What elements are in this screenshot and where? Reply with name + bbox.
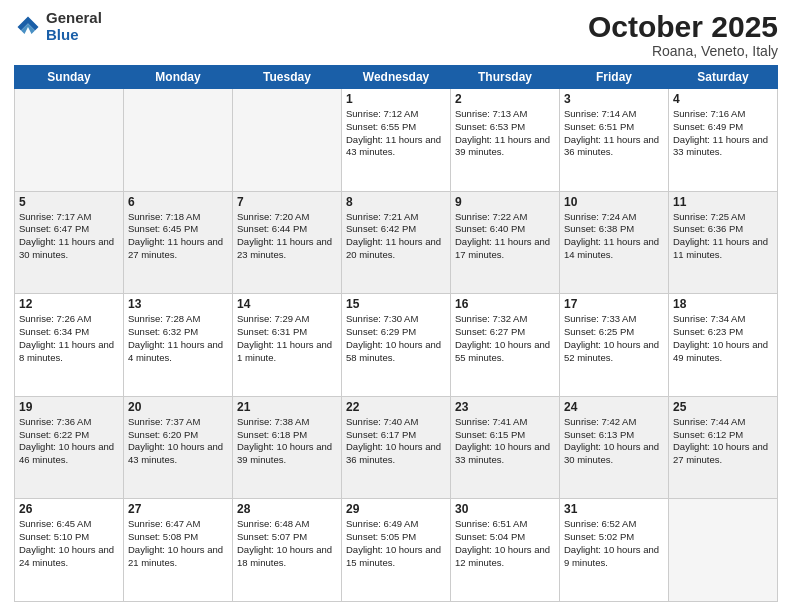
calendar-cell bbox=[669, 499, 778, 602]
cell-text: Sunrise: 7:20 AM Sunset: 6:44 PM Dayligh… bbox=[237, 211, 337, 262]
weekday-tuesday: Tuesday bbox=[233, 66, 342, 89]
cell-text: Sunrise: 7:25 AM Sunset: 6:36 PM Dayligh… bbox=[673, 211, 773, 262]
cell-text: Sunrise: 7:42 AM Sunset: 6:13 PM Dayligh… bbox=[564, 416, 664, 467]
weekday-friday: Friday bbox=[560, 66, 669, 89]
calendar-cell: 24Sunrise: 7:42 AM Sunset: 6:13 PM Dayli… bbox=[560, 396, 669, 499]
calendar-cell: 12Sunrise: 7:26 AM Sunset: 6:34 PM Dayli… bbox=[15, 294, 124, 397]
cell-text: Sunrise: 6:48 AM Sunset: 5:07 PM Dayligh… bbox=[237, 518, 337, 569]
day-number: 8 bbox=[346, 195, 446, 209]
cell-text: Sunrise: 7:34 AM Sunset: 6:23 PM Dayligh… bbox=[673, 313, 773, 364]
calendar-cell: 27Sunrise: 6:47 AM Sunset: 5:08 PM Dayli… bbox=[124, 499, 233, 602]
page: General Blue October 2025 Roana, Veneto,… bbox=[0, 0, 792, 612]
week-row-1: 5Sunrise: 7:17 AM Sunset: 6:47 PM Daylig… bbox=[15, 191, 778, 294]
calendar-cell: 11Sunrise: 7:25 AM Sunset: 6:36 PM Dayli… bbox=[669, 191, 778, 294]
location: Roana, Veneto, Italy bbox=[588, 43, 778, 59]
calendar-cell: 15Sunrise: 7:30 AM Sunset: 6:29 PM Dayli… bbox=[342, 294, 451, 397]
calendar-body: 1Sunrise: 7:12 AM Sunset: 6:55 PM Daylig… bbox=[15, 89, 778, 602]
day-number: 30 bbox=[455, 502, 555, 516]
day-number: 24 bbox=[564, 400, 664, 414]
day-number: 23 bbox=[455, 400, 555, 414]
day-number: 25 bbox=[673, 400, 773, 414]
weekday-saturday: Saturday bbox=[669, 66, 778, 89]
logo-icon bbox=[14, 13, 42, 41]
cell-text: Sunrise: 7:41 AM Sunset: 6:15 PM Dayligh… bbox=[455, 416, 555, 467]
calendar-cell: 8Sunrise: 7:21 AM Sunset: 6:42 PM Daylig… bbox=[342, 191, 451, 294]
day-number: 2 bbox=[455, 92, 555, 106]
weekday-sunday: Sunday bbox=[15, 66, 124, 89]
weekday-thursday: Thursday bbox=[451, 66, 560, 89]
day-number: 15 bbox=[346, 297, 446, 311]
week-row-0: 1Sunrise: 7:12 AM Sunset: 6:55 PM Daylig… bbox=[15, 89, 778, 192]
cell-text: Sunrise: 6:51 AM Sunset: 5:04 PM Dayligh… bbox=[455, 518, 555, 569]
day-number: 27 bbox=[128, 502, 228, 516]
calendar-cell: 4Sunrise: 7:16 AM Sunset: 6:49 PM Daylig… bbox=[669, 89, 778, 192]
day-number: 26 bbox=[19, 502, 119, 516]
week-row-4: 26Sunrise: 6:45 AM Sunset: 5:10 PM Dayli… bbox=[15, 499, 778, 602]
calendar-cell: 21Sunrise: 7:38 AM Sunset: 6:18 PM Dayli… bbox=[233, 396, 342, 499]
cell-text: Sunrise: 6:47 AM Sunset: 5:08 PM Dayligh… bbox=[128, 518, 228, 569]
cell-text: Sunrise: 7:22 AM Sunset: 6:40 PM Dayligh… bbox=[455, 211, 555, 262]
day-number: 29 bbox=[346, 502, 446, 516]
calendar-cell bbox=[15, 89, 124, 192]
day-number: 17 bbox=[564, 297, 664, 311]
day-number: 13 bbox=[128, 297, 228, 311]
cell-text: Sunrise: 7:29 AM Sunset: 6:31 PM Dayligh… bbox=[237, 313, 337, 364]
calendar-cell: 26Sunrise: 6:45 AM Sunset: 5:10 PM Dayli… bbox=[15, 499, 124, 602]
day-number: 22 bbox=[346, 400, 446, 414]
cell-text: Sunrise: 7:30 AM Sunset: 6:29 PM Dayligh… bbox=[346, 313, 446, 364]
cell-text: Sunrise: 6:45 AM Sunset: 5:10 PM Dayligh… bbox=[19, 518, 119, 569]
calendar-cell: 5Sunrise: 7:17 AM Sunset: 6:47 PM Daylig… bbox=[15, 191, 124, 294]
cell-text: Sunrise: 7:16 AM Sunset: 6:49 PM Dayligh… bbox=[673, 108, 773, 159]
cell-text: Sunrise: 7:37 AM Sunset: 6:20 PM Dayligh… bbox=[128, 416, 228, 467]
calendar-cell: 30Sunrise: 6:51 AM Sunset: 5:04 PM Dayli… bbox=[451, 499, 560, 602]
calendar-cell: 6Sunrise: 7:18 AM Sunset: 6:45 PM Daylig… bbox=[124, 191, 233, 294]
day-number: 9 bbox=[455, 195, 555, 209]
cell-text: Sunrise: 7:13 AM Sunset: 6:53 PM Dayligh… bbox=[455, 108, 555, 159]
day-number: 21 bbox=[237, 400, 337, 414]
day-number: 28 bbox=[237, 502, 337, 516]
week-row-2: 12Sunrise: 7:26 AM Sunset: 6:34 PM Dayli… bbox=[15, 294, 778, 397]
header: General Blue October 2025 Roana, Veneto,… bbox=[14, 10, 778, 59]
calendar-cell: 13Sunrise: 7:28 AM Sunset: 6:32 PM Dayli… bbox=[124, 294, 233, 397]
cell-text: Sunrise: 7:26 AM Sunset: 6:34 PM Dayligh… bbox=[19, 313, 119, 364]
calendar-cell: 22Sunrise: 7:40 AM Sunset: 6:17 PM Dayli… bbox=[342, 396, 451, 499]
calendar-cell bbox=[233, 89, 342, 192]
cell-text: Sunrise: 7:38 AM Sunset: 6:18 PM Dayligh… bbox=[237, 416, 337, 467]
cell-text: Sunrise: 7:32 AM Sunset: 6:27 PM Dayligh… bbox=[455, 313, 555, 364]
calendar-cell bbox=[124, 89, 233, 192]
day-number: 14 bbox=[237, 297, 337, 311]
cell-text: Sunrise: 7:18 AM Sunset: 6:45 PM Dayligh… bbox=[128, 211, 228, 262]
day-number: 12 bbox=[19, 297, 119, 311]
cell-text: Sunrise: 7:12 AM Sunset: 6:55 PM Dayligh… bbox=[346, 108, 446, 159]
calendar-cell: 14Sunrise: 7:29 AM Sunset: 6:31 PM Dayli… bbox=[233, 294, 342, 397]
calendar-cell: 23Sunrise: 7:41 AM Sunset: 6:15 PM Dayli… bbox=[451, 396, 560, 499]
cell-text: Sunrise: 7:44 AM Sunset: 6:12 PM Dayligh… bbox=[673, 416, 773, 467]
weekday-monday: Monday bbox=[124, 66, 233, 89]
day-number: 4 bbox=[673, 92, 773, 106]
logo-blue: Blue bbox=[46, 27, 102, 44]
day-number: 18 bbox=[673, 297, 773, 311]
logo-text: General Blue bbox=[46, 10, 102, 43]
cell-text: Sunrise: 6:49 AM Sunset: 5:05 PM Dayligh… bbox=[346, 518, 446, 569]
day-number: 7 bbox=[237, 195, 337, 209]
title-block: October 2025 Roana, Veneto, Italy bbox=[588, 10, 778, 59]
calendar-cell: 25Sunrise: 7:44 AM Sunset: 6:12 PM Dayli… bbox=[669, 396, 778, 499]
weekday-wednesday: Wednesday bbox=[342, 66, 451, 89]
day-number: 1 bbox=[346, 92, 446, 106]
day-number: 16 bbox=[455, 297, 555, 311]
calendar-cell: 28Sunrise: 6:48 AM Sunset: 5:07 PM Dayli… bbox=[233, 499, 342, 602]
calendar-cell: 7Sunrise: 7:20 AM Sunset: 6:44 PM Daylig… bbox=[233, 191, 342, 294]
week-row-3: 19Sunrise: 7:36 AM Sunset: 6:22 PM Dayli… bbox=[15, 396, 778, 499]
calendar-cell: 20Sunrise: 7:37 AM Sunset: 6:20 PM Dayli… bbox=[124, 396, 233, 499]
logo: General Blue bbox=[14, 10, 102, 43]
cell-text: Sunrise: 7:17 AM Sunset: 6:47 PM Dayligh… bbox=[19, 211, 119, 262]
cell-text: Sunrise: 7:21 AM Sunset: 6:42 PM Dayligh… bbox=[346, 211, 446, 262]
cell-text: Sunrise: 7:14 AM Sunset: 6:51 PM Dayligh… bbox=[564, 108, 664, 159]
cell-text: Sunrise: 7:24 AM Sunset: 6:38 PM Dayligh… bbox=[564, 211, 664, 262]
calendar: SundayMondayTuesdayWednesdayThursdayFrid… bbox=[14, 65, 778, 602]
weekday-header: SundayMondayTuesdayWednesdayThursdayFrid… bbox=[15, 66, 778, 89]
cell-text: Sunrise: 7:33 AM Sunset: 6:25 PM Dayligh… bbox=[564, 313, 664, 364]
calendar-cell: 9Sunrise: 7:22 AM Sunset: 6:40 PM Daylig… bbox=[451, 191, 560, 294]
calendar-cell: 1Sunrise: 7:12 AM Sunset: 6:55 PM Daylig… bbox=[342, 89, 451, 192]
day-number: 31 bbox=[564, 502, 664, 516]
